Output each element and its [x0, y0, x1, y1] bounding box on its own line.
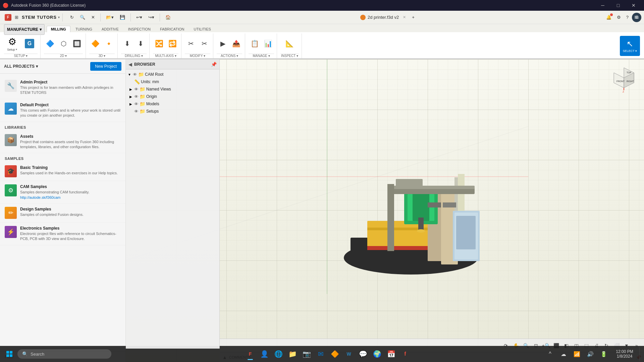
bore-tool[interactable]: ⬇	[135, 39, 147, 49]
maximize-button[interactable]: □	[610, 0, 626, 11]
battery-icon[interactable]: 🔋	[598, 347, 610, 361]
simulate-tool[interactable]: ▶	[217, 39, 229, 49]
modify-tool2[interactable]: ✂	[198, 39, 210, 49]
close-panel-button[interactable]: ✕	[89, 13, 97, 22]
tree-item-cam-root[interactable]: ▼ 👁 📁 CAM Root	[126, 71, 219, 78]
taskbar-app-word[interactable]: W	[342, 347, 356, 361]
app-logo-button[interactable]: F	[5, 14, 11, 21]
tree-item-origin[interactable]: ▶ 👁 📁 Origin	[126, 93, 219, 100]
origin-visibility[interactable]: 👁	[134, 94, 139, 99]
setup-tool[interactable]: ⚙ Setup ▾	[4, 35, 20, 53]
save-button[interactable]: 💾	[118, 13, 127, 22]
drill-tool[interactable]: ⬇	[121, 39, 133, 49]
new-project-button[interactable]: New Project	[90, 62, 121, 71]
project-item-cam-samples[interactable]: ⚙ CAM Samples Samples demonstrating CAM …	[0, 181, 125, 203]
2d-contour-tool[interactable]: ⬡	[57, 39, 69, 49]
all-projects-dropdown-icon: ▾	[36, 64, 38, 69]
start-button[interactable]	[3, 347, 16, 361]
tree-item-named-views[interactable]: ▶ 👁 📁 Named Views	[126, 85, 219, 93]
taskbar-clock[interactable]: 12:00 PM 1/8/2024	[611, 347, 638, 361]
undo-button[interactable]: ↩▾	[134, 13, 144, 22]
electronics-samples-thumbnail: ⚡	[5, 226, 17, 238]
tab-utilities[interactable]: UTILITIES	[190, 26, 215, 32]
taskbar-app-calendar[interactable]: 📅	[384, 347, 398, 361]
manage-tool2[interactable]: 📊	[262, 39, 274, 49]
setups-visibility[interactable]: 👁	[134, 109, 139, 114]
named-views-toggle[interactable]: ▶	[128, 87, 133, 92]
search-button[interactable]: 🔍	[78, 13, 87, 22]
project-item-basic-training[interactable]: 🎓 Basic Training Samples used in the Han…	[0, 162, 125, 181]
stem-tutors-dropdown-icon[interactable]: ▾	[58, 15, 60, 19]
file-close-button[interactable]: ✕	[401, 13, 408, 22]
cam-root-toggle[interactable]: ▼	[127, 72, 132, 77]
settings-button[interactable]: ⚙	[615, 13, 623, 22]
svg-rect-39	[6, 354, 9, 357]
select-tool-button[interactable]: ↖ SELECT ▾	[620, 36, 640, 56]
navigation-cube[interactable]: TOP FRONT RIGHT Z	[610, 66, 637, 93]
tab-additive[interactable]: ADDITIVE	[97, 26, 123, 32]
named-views-visibility[interactable]: 👁	[134, 87, 139, 92]
taskbar-search-bar[interactable]: 🔍 Search	[17, 349, 111, 359]
browser-pin-button[interactable]: 📌	[211, 62, 217, 67]
volume-icon[interactable]: 🔊	[584, 347, 596, 361]
project-item-design-samples[interactable]: ✏ Design Samples Samples of completed Fu…	[0, 203, 125, 223]
2d-pocket-tool[interactable]: 🔲	[71, 39, 83, 49]
all-projects-button[interactable]: ALL PROJECTS ▾	[4, 64, 38, 69]
swarf-tool[interactable]: 🔀	[153, 39, 165, 49]
taskbar-app-vlc[interactable]: 🔶	[328, 347, 341, 361]
refresh-button[interactable]: ↻	[68, 13, 76, 22]
taskbar-app-camera[interactable]: 📷	[300, 347, 313, 361]
taskbar-app-red[interactable]: f	[398, 347, 412, 361]
taskbar-app-mail[interactable]: ✉	[314, 347, 327, 361]
modify-tool1[interactable]: ✂	[185, 39, 197, 49]
tree-item-units[interactable]: ▶ 📏 Units: mm	[126, 78, 219, 85]
taskbar-app-avatar[interactable]: 👤	[258, 347, 271, 361]
close-button[interactable]: ✕	[626, 0, 641, 11]
project-item-admin[interactable]: 🔧 Admin Project This project is for team…	[0, 76, 125, 99]
postprocess-tool[interactable]: 📤	[230, 39, 242, 49]
project-item-default[interactable]: ☁ Default Project This comes with Fusion…	[0, 99, 125, 122]
taskbar-app-whatsapp[interactable]: 💬	[356, 347, 370, 361]
wifi-icon[interactable]: 📶	[571, 347, 583, 361]
simultaneous-tool[interactable]: 🔁	[166, 39, 178, 49]
tab-milling[interactable]: MILLING	[47, 26, 70, 32]
cam-samples-link[interactable]: http://autode.sk/f360cam	[20, 195, 60, 199]
taskbar-app-chrome[interactable]: 🌍	[370, 347, 384, 361]
browser-collapse-button[interactable]: ◀	[128, 62, 132, 67]
tree-item-setups[interactable]: ▶ 👁 📁 Setups	[126, 108, 219, 115]
show-desktop-button[interactable]	[639, 347, 641, 361]
origin-toggle[interactable]: ▶	[128, 94, 133, 99]
browser-title: BROWSER	[134, 62, 209, 67]
tab-turning[interactable]: TURNING	[71, 26, 97, 32]
taskbar-app-explorer[interactable]: 📁	[286, 347, 299, 361]
project-item-electronics-samples[interactable]: ⚡ Electronics Samples Electronic project…	[0, 223, 125, 245]
home-button[interactable]: 🏠	[163, 13, 173, 22]
cloud-icon[interactable]: ☁	[557, 347, 570, 361]
minimize-button[interactable]: ─	[595, 0, 610, 11]
tree-item-models[interactable]: ▶ 👁 📁 Models	[126, 100, 219, 108]
models-visibility[interactable]: 👁	[134, 102, 139, 107]
redo-button[interactable]: ↪▾	[146, 13, 156, 22]
taskbar-app-fusion[interactable]: F	[244, 347, 257, 361]
setup-g-tool[interactable]: G	[21, 38, 38, 50]
project-item-assets[interactable]: 📦 Assets Project that contains assets us…	[0, 131, 125, 154]
taskbar-app-edge[interactable]: 🌐	[272, 347, 285, 361]
basic-training-desc: Samples used in the Hands-on exercises i…	[20, 171, 121, 176]
cam-root-visibility[interactable]: 👁	[133, 72, 137, 77]
help-button[interactable]: ?	[624, 13, 631, 22]
models-toggle[interactable]: ▶	[128, 102, 133, 106]
notifications-button[interactable]: 🔔	[604, 13, 613, 22]
tab-inspection[interactable]: INSPECTION	[124, 26, 155, 32]
tab-fabrication[interactable]: FABRICATION	[156, 26, 189, 32]
manage-tool1[interactable]: 📋	[249, 39, 261, 49]
3d-contour-tool[interactable]: 🔸	[103, 39, 115, 49]
add-tab-button[interactable]: +	[410, 13, 417, 22]
profile-avatar[interactable]: IB	[632, 13, 641, 22]
cam-samples-name: CAM Samples	[20, 184, 121, 189]
open-file-button[interactable]: 📂▾	[104, 13, 116, 22]
apps-grid-button[interactable]: ⊞	[13, 13, 20, 22]
3d-adaptive-tool[interactable]: 🔶	[89, 39, 101, 49]
show-hidden-icons-button[interactable]: ^	[544, 347, 556, 361]
2d-adaptive-tool[interactable]: 🔷	[44, 39, 56, 49]
inspect-tool[interactable]: 📐	[283, 39, 296, 49]
